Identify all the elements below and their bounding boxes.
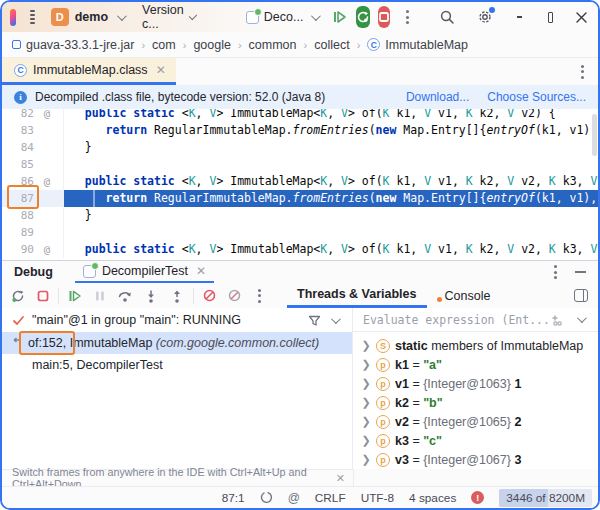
variable-row[interactable]: ❯pk2 = "b" <box>353 393 598 412</box>
breadcrumb-item[interactable]: com <box>152 38 176 52</box>
evaluate-expression-input[interactable]: Evaluate expression (Ent... <box>353 308 598 332</box>
code-line-86[interactable]: 86@ public static <K, V> ImmutableMap<K,… <box>2 173 598 190</box>
gutter-line-88[interactable]: 88 <box>2 207 64 224</box>
gutter-line-90[interactable]: 90@ <box>2 241 64 258</box>
code-line-89[interactable]: 89 <box>2 224 598 241</box>
vcs-branch-label: Version c... <box>142 3 185 31</box>
rerun-icon[interactable] <box>10 288 26 304</box>
variable-row[interactable]: ❯pv1 = {Integer@1063} 1 <box>353 374 598 393</box>
close-tab-icon[interactable]: ✕ <box>156 63 166 77</box>
window-close-button[interactable] <box>575 11 588 24</box>
gutter-line-87[interactable]: 87 <box>2 190 64 207</box>
download-sources-link[interactable]: Download... <box>406 90 469 104</box>
more-actions-icon[interactable] <box>402 10 413 24</box>
settings-gear-icon[interactable] <box>477 9 493 25</box>
code-editor[interactable]: 82@ public static <K, V> ImmutableMap<K,… <box>2 109 598 260</box>
variable-row[interactable]: ❯pv3 = {Integer@1067} 3 <box>353 450 598 469</box>
caret-position[interactable]: 87:1 <box>222 491 245 505</box>
expand-chevron-icon[interactable]: ❯ <box>361 396 371 409</box>
expand-chevron-icon[interactable]: ❯ <box>361 377 371 390</box>
tab-console[interactable]: Console <box>427 283 501 308</box>
window-minimize-button[interactable] <box>517 16 522 18</box>
breadcrumb-item[interactable]: common <box>249 38 297 52</box>
code-line-85[interactable]: 85 <box>2 156 598 173</box>
gutter-line-84[interactable]: 84 <box>2 139 64 156</box>
expand-chevron-icon[interactable]: ❯ <box>361 358 371 371</box>
filter-funnel-icon[interactable] <box>308 314 321 327</box>
window-maximize-button[interactable] <box>548 12 553 23</box>
parameter-icon: p <box>376 453 390 467</box>
file-encoding[interactable]: UTF-8 <box>361 491 394 505</box>
project-selector[interactable]: D demo <box>51 8 124 26</box>
error-notification-icon[interactable]: ! <box>471 491 484 504</box>
expand-chevron-icon[interactable]: ❯ <box>361 415 371 428</box>
stop-button[interactable] <box>378 6 390 28</box>
tab-threads-variables[interactable]: Threads & Variables <box>287 283 427 308</box>
gutter-line-89[interactable]: 89 <box>2 224 64 241</box>
debug-toolbar: Threads & Variables Console <box>2 283 598 308</box>
debug-more-icon[interactable] <box>254 289 265 303</box>
dismiss-hint-icon[interactable]: ✕ <box>336 472 345 485</box>
close-session-icon[interactable]: ✕ <box>196 264 206 278</box>
breadcrumb-item[interactable]: collect <box>314 38 349 52</box>
thread-row[interactable]: "main"@1 in group "main": RUNNING <box>2 308 352 332</box>
code-line-82[interactable]: 82@ public static <K, V> ImmutableMap<K,… <box>2 109 598 122</box>
editor-scrollbar[interactable] <box>592 114 597 156</box>
pause-icon[interactable] <box>93 289 107 303</box>
debug-session-tab[interactable]: DecompilerTest ✕ <box>75 261 214 283</box>
class-icon: C <box>14 64 27 77</box>
hide-panel-icon[interactable] <box>575 271 586 273</box>
layout-settings-icon[interactable] <box>574 289 588 302</box>
annotations-indicator-icon[interactable]: @ <box>288 491 300 505</box>
add-to-watches-icon[interactable] <box>551 314 565 326</box>
run-config-selector[interactable]: Deco... <box>246 10 319 24</box>
code-line-83[interactable]: 83 return RegularImmutableMap.fromEntrie… <box>2 122 598 139</box>
code-line-90[interactable]: 90@ public static <K, V> ImmutableMap<K,… <box>2 241 598 258</box>
step-out-icon[interactable] <box>169 288 185 304</box>
breadcrumb-item[interactable]: google <box>193 38 231 52</box>
gutter-line-83[interactable]: 83 <box>2 122 64 139</box>
resume-program-button[interactable] <box>332 9 348 25</box>
line-number: 83 <box>2 122 34 139</box>
main-menu-icon[interactable] <box>30 10 35 24</box>
expand-chevron-icon[interactable]: ❯ <box>361 453 371 466</box>
variable-row[interactable]: ❯pk3 = "c" <box>353 431 598 450</box>
mute-breakpoints-icon[interactable] <box>227 288 242 303</box>
stack-frame-row[interactable]: main:5, DecompilerTest <box>2 354 352 376</box>
readonly-lock-icon[interactable] <box>260 491 273 504</box>
editor-tab-bar: C ImmutableMap.class ✕ <box>2 58 598 85</box>
vcs-branch-selector[interactable]: Version c... <box>142 3 194 31</box>
line-ending[interactable]: CRLF <box>315 491 346 505</box>
tab-threads-label: Threads & Variables <box>297 287 417 301</box>
step-over-icon[interactable] <box>117 288 133 304</box>
search-icon[interactable] <box>439 9 455 25</box>
variable-row[interactable]: ❯pv2 = {Integer@1065} 2 <box>353 412 598 431</box>
choose-sources-link[interactable]: Choose Sources... <box>487 90 586 104</box>
step-into-icon[interactable] <box>143 288 159 304</box>
code-line-84[interactable]: 84 } <box>2 139 598 156</box>
breadcrumb-item[interactable]: CImmutableMap <box>367 38 468 52</box>
chevron-down-icon[interactable] <box>331 314 341 324</box>
stop-icon[interactable] <box>36 289 50 303</box>
variable-row[interactable]: ❯Sstatic members of ImmutableMap <box>353 336 598 355</box>
memory-indicator[interactable]: 3446 of 8200M <box>499 489 592 507</box>
gutter-line-82[interactable]: 82@ <box>2 109 64 122</box>
gutter-line-85[interactable]: 85 <box>2 156 64 173</box>
expand-chevron-icon[interactable]: ❯ <box>361 339 371 352</box>
rerun-debug-button[interactable] <box>356 6 370 28</box>
line-number: 87 <box>2 190 34 207</box>
resume-icon[interactable] <box>67 288 83 304</box>
panel-options-icon[interactable] <box>550 265 561 279</box>
breadcrumb-item[interactable]: guava-33.3.1-jre.jar <box>12 38 134 52</box>
variable-row[interactable]: ❯pk1 = "a" <box>353 355 598 374</box>
tab-options-icon[interactable] <box>577 65 588 79</box>
chevron-down-icon[interactable] <box>577 313 587 323</box>
indent-setting[interactable]: 4 spaces <box>409 491 456 505</box>
tab-immutablemap-class[interactable]: C ImmutableMap.class ✕ <box>2 58 176 85</box>
stack-frame-row[interactable]: of:152, ImmutableMap (com.google.common.… <box>2 332 352 354</box>
code-line-87[interactable]: 87 return RegularImmutableMap.fromEntrie… <box>2 190 598 207</box>
code-line-88[interactable]: 88 } <box>2 207 598 224</box>
expand-chevron-icon[interactable]: ❯ <box>361 434 371 447</box>
view-breakpoints-icon[interactable] <box>202 288 217 303</box>
gutter-line-86[interactable]: 86@ <box>2 173 64 190</box>
